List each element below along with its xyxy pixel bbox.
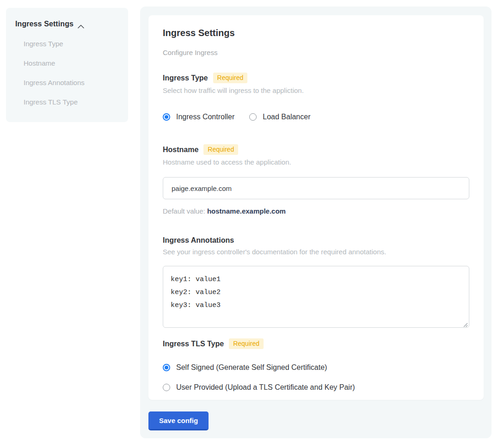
config-card: Ingress Settings Configure Ingress Ingre…: [148, 15, 484, 400]
section-ingress-annotations: Ingress Annotations See your ingress con…: [163, 236, 469, 328]
hostname-label: Hostname: [163, 146, 198, 154]
radio-self-signed-label[interactable]: Self Signed (Generate Self Signed Certif…: [176, 363, 327, 372]
required-badge: Required: [229, 338, 264, 349]
radio-unselected-icon[interactable]: [163, 384, 170, 391]
radio-user-provided-label[interactable]: User Provided (Upload a TLS Certificate …: [176, 383, 355, 392]
radio-self-signed[interactable]: Self Signed (Generate Self Signed Certif…: [163, 363, 469, 372]
nav-group-ingress-settings[interactable]: Ingress Settings: [15, 20, 119, 28]
ingress-annotations-help: See your ingress controller's documentat…: [163, 248, 469, 256]
save-config-button[interactable]: Save config: [148, 411, 209, 430]
radio-user-provided[interactable]: User Provided (Upload a TLS Certificate …: [163, 383, 469, 392]
nav-item-hostname[interactable]: Hostname: [15, 59, 119, 67]
page: Ingress Settings Ingress Type Hostname I…: [0, 0, 504, 448]
page-subtitle: Configure Ingress: [163, 49, 469, 56]
ingress-type-radio-group: Ingress Controller Load Balancer: [163, 113, 469, 121]
default-value-text: hostname.example.com: [207, 207, 286, 215]
nav-item-ingress-tls-type[interactable]: Ingress TLS Type: [15, 98, 119, 106]
radio-selected-icon[interactable]: [163, 364, 170, 371]
section-ingress-tls-type: Ingress TLS Type Required Self Signed (G…: [163, 338, 469, 392]
chevron-up-icon: [78, 22, 84, 26]
ingress-annotations-label: Ingress Annotations: [163, 236, 234, 245]
ingress-tls-type-label: Ingress TLS Type: [163, 340, 224, 348]
section-ingress-type: Ingress Type Required Select how traffic…: [163, 73, 469, 121]
ingress-annotations-textarea[interactable]: key1: value1 key2: value2 key3: value3: [163, 266, 469, 328]
required-badge: Required: [213, 73, 248, 83]
section-hostname: Hostname Required Hostname used to acces…: [163, 144, 469, 215]
nav-item-ingress-annotations[interactable]: Ingress Annotations: [15, 79, 119, 86]
radio-unselected-icon[interactable]: [249, 113, 257, 121]
nav-item-ingress-type[interactable]: Ingress Type: [15, 40, 119, 48]
default-value-prefix: Default value:: [163, 207, 207, 215]
config-nav-sidebar: Ingress Settings Ingress Type Hostname I…: [6, 8, 128, 122]
config-panel: Ingress Settings Configure Ingress Ingre…: [140, 6, 492, 438]
page-title: Ingress Settings: [163, 28, 469, 38]
radio-load-balancer[interactable]: Load Balancer: [249, 113, 310, 121]
radio-ingress-controller[interactable]: Ingress Controller: [163, 113, 234, 121]
nav-group-title: Ingress Settings: [15, 20, 74, 28]
ingress-type-label: Ingress Type: [163, 74, 208, 82]
radio-load-balancer-label[interactable]: Load Balancer: [263, 113, 310, 121]
hostname-help: Hostname used to access the application.: [163, 158, 469, 166]
textarea-resize-handle[interactable]: [463, 321, 468, 326]
ingress-type-help: Select how traffic will ingress to the a…: [163, 86, 469, 94]
hostname-input[interactable]: [163, 177, 469, 199]
required-badge: Required: [203, 144, 238, 155]
radio-selected-icon[interactable]: [163, 113, 170, 121]
radio-ingress-controller-label[interactable]: Ingress Controller: [176, 113, 234, 121]
hostname-default-value: Default value: hostname.example.com: [163, 207, 469, 215]
